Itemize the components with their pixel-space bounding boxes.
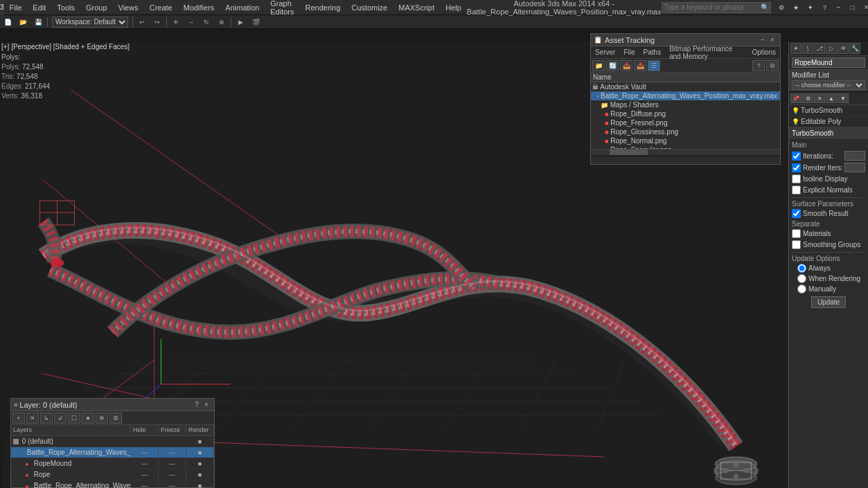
ts-iterations-check[interactable]: [792, 152, 801, 161]
lp-close-btn[interactable]: ×: [202, 400, 211, 410]
tb-redo[interactable]: ↪: [150, 16, 164, 28]
at-menu-options[interactable]: Options: [748, 46, 780, 58]
layer-cell-freeze-battle2[interactable]: —: [159, 482, 186, 489]
lp-tb-properties[interactable]: ⚙: [109, 413, 122, 424]
lp-tb-highlight[interactable]: ★: [82, 413, 94, 424]
help-icon[interactable]: ?: [818, 0, 832, 15]
panel-icon-utilities[interactable]: 🔧: [849, 43, 860, 54]
ts-explicit-check[interactable]: [792, 186, 801, 195]
lp-tb-freeze[interactable]: ❄: [96, 413, 108, 424]
menu-edit[interactable]: Edit: [27, 0, 51, 15]
lp-col-hide[interactable]: Hide: [131, 425, 159, 435]
layer-cell-render-ropemound[interactable]: ■: [186, 460, 214, 467]
ts-materials-check[interactable]: [792, 229, 801, 238]
menu-help[interactable]: Help: [440, 0, 467, 15]
layer-cell-render-rope[interactable]: ■: [186, 449, 214, 456]
lp-col-freeze[interactable]: Freeze: [159, 425, 186, 435]
close-button[interactable]: ×: [860, 0, 869, 15]
layer-row-battle-rope[interactable]: Battle_Rope_Alternating_Waves_Position —…: [11, 447, 214, 458]
mod-delete-btn[interactable]: ✕: [814, 93, 825, 103]
panel-icon-display[interactable]: 👁: [838, 43, 849, 54]
tb-render[interactable]: ▶: [233, 16, 247, 28]
modifier-dropdown[interactable]: -- choose modifier --: [792, 80, 865, 90]
modifier-entry-editablepoly[interactable]: 💡 Editable Poly: [789, 116, 868, 127]
mod-down-btn[interactable]: ▼: [838, 93, 849, 103]
layer-cell-hide-battle2[interactable]: —: [131, 482, 159, 489]
tb-rotate[interactable]: ↻: [200, 16, 213, 28]
layer-panel[interactable]: ≡ Layer: 0 (default) ? × + ✕ ↳ ↲ ☐ ★ ❄ ⚙…: [10, 398, 215, 488]
at-col-name[interactable]: Name: [591, 73, 779, 82]
tb-render-frame[interactable]: 🎬: [249, 16, 263, 28]
update-button[interactable]: Update: [811, 296, 846, 308]
menu-rendering[interactable]: Rendering: [300, 0, 346, 15]
menu-group[interactable]: Group: [80, 0, 113, 15]
maximize-button[interactable]: □: [846, 0, 860, 15]
at-menu-bitmap[interactable]: Bitmap Performance and Memory: [665, 46, 747, 58]
layer-cell-freeze-ropemound[interactable]: —: [159, 460, 186, 467]
layer-cell-render-battle2[interactable]: ■: [186, 482, 214, 489]
lp-tb-delete[interactable]: ✕: [26, 413, 39, 424]
layer-cell-freeze-rope[interactable]: —: [159, 449, 186, 456]
at-tb-btn5[interactable]: ☰: [648, 60, 660, 71]
layer-cell-render-rope2[interactable]: ■: [186, 471, 214, 478]
layer-cell-hide-rope2[interactable]: —: [131, 471, 159, 478]
search-box[interactable]: 🔍: [662, 2, 771, 13]
layer-row-rope[interactable]: 🔺 Rope — — ■: [11, 469, 214, 480]
layer-cell-freeze-rope2[interactable]: —: [159, 471, 186, 478]
layer-row-battle-rope2[interactable]: 🔺 Battle_Rope_Alternating_Waves_Position…: [11, 480, 214, 488]
lp-tb-select[interactable]: ☐: [68, 413, 80, 424]
at-scrollbar[interactable]: [591, 149, 780, 157]
icon-btn-2[interactable]: ★: [789, 0, 803, 15]
object-name-field[interactable]: RopeMound: [792, 57, 865, 68]
menu-customize[interactable]: Customize: [346, 0, 393, 15]
lp-tb-add[interactable]: ↳: [40, 413, 53, 424]
minimize-button[interactable]: −: [832, 0, 846, 15]
at-menu-paths[interactable]: Paths: [639, 46, 666, 58]
layer-cell-hide-ropemound[interactable]: —: [131, 460, 159, 467]
layer-row-ropemound[interactable]: 🔺 RopeMound — — ■: [11, 458, 214, 469]
at-close-btn[interactable]: ×: [768, 35, 777, 45]
lp-tb-new[interactable]: +: [12, 413, 25, 424]
icon-btn-3[interactable]: ✦: [804, 0, 817, 15]
lp-question-btn[interactable]: ?: [192, 400, 202, 410]
mod-up-btn[interactable]: ▲: [826, 93, 837, 103]
at-tb-btn1[interactable]: 📁: [592, 60, 605, 71]
menu-create[interactable]: Create: [144, 0, 178, 15]
icon-btn-1[interactable]: ⚙: [774, 0, 788, 15]
tb-select[interactable]: ✛: [169, 16, 183, 28]
at-help-btn[interactable]: ?: [752, 60, 765, 71]
lp-col-render[interactable]: Render: [186, 425, 214, 435]
at-tb-btn4[interactable]: 📥: [634, 60, 646, 71]
layer-cell-hide-rope[interactable]: —: [131, 449, 159, 456]
panel-icon-create[interactable]: ✦: [790, 43, 801, 54]
ts-when-rendering-radio[interactable]: [797, 274, 806, 283]
mod-pin-btn[interactable]: 📌: [790, 93, 801, 103]
ts-manually-radio[interactable]: [797, 284, 806, 293]
panel-icon-motion[interactable]: ▷: [826, 43, 837, 54]
menu-maxscript[interactable]: MAXScript: [393, 0, 440, 15]
lp-tb-remove[interactable]: ↲: [54, 413, 67, 424]
ts-isoline-check[interactable]: [792, 174, 801, 183]
panel-icon-hierarchy[interactable]: ⎇: [814, 43, 825, 54]
ts-smoothing-groups-check[interactable]: [792, 240, 801, 249]
mod-configure-btn[interactable]: ⚙: [802, 93, 813, 103]
tb-undo[interactable]: ↩: [135, 16, 149, 28]
at-tb-btn3[interactable]: 📤: [620, 60, 632, 71]
modifier-entry-turbosmoothh[interactable]: 💡 TurboSmooth: [789, 105, 868, 116]
menu-animation[interactable]: Animation: [220, 0, 265, 15]
tb-open[interactable]: 📂: [16, 16, 30, 28]
menu-graph-editors[interactable]: Graph Editors: [265, 0, 299, 15]
layer-cell-render-default[interactable]: ■: [186, 438, 214, 445]
at-menu-file[interactable]: File: [619, 46, 639, 58]
at-tb-btn2[interactable]: 🔄: [606, 60, 619, 71]
tb-move[interactable]: ↔: [184, 16, 198, 28]
menu-file[interactable]: File: [4, 0, 28, 15]
menu-modifiers[interactable]: Modifiers: [178, 0, 220, 15]
panel-icon-modify[interactable]: ⟆: [802, 43, 813, 54]
ts-iterations-input[interactable]: 0: [844, 151, 865, 161]
layer-row-default[interactable]: 0 (default) ■: [11, 436, 214, 447]
at-col-status[interactable]: Status: [779, 73, 780, 82]
ts-smooth-result-check[interactable]: [792, 209, 801, 218]
at-tb-btn6[interactable]: ⚙: [766, 60, 779, 71]
search-icon[interactable]: 🔍: [759, 3, 770, 11]
